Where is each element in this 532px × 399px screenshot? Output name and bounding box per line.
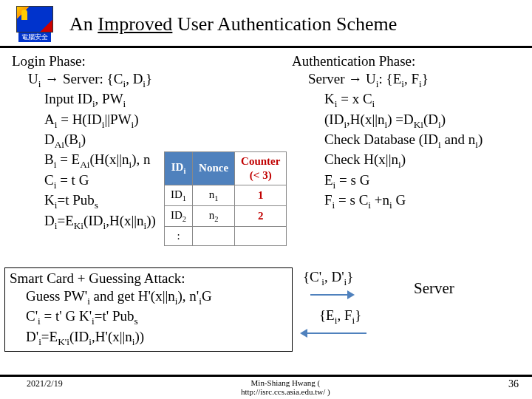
message-cd: {C'i, D'i} (303, 269, 353, 288)
arrow-right-icon (310, 288, 355, 301)
table-row: : (165, 226, 287, 245)
auth-line-6: Ei = s G (324, 171, 528, 191)
th-counter: Counter(< 3) (235, 152, 287, 185)
arrow-left-icon (300, 327, 366, 340)
auth-line-5: Check H(x||ni) (324, 151, 528, 171)
slide-header: 電腦安全 An Improved User Authentication Sch… (0, 0, 532, 48)
footer-author: Min-Shiang Hwang (http://isrc.ccs.asia.e… (241, 378, 330, 396)
auth-line-3: (IDi,H(x||ni) =DKi(Di) (324, 111, 528, 131)
slide-title: An Improved User Authentication Scheme (69, 13, 397, 35)
auth-line-1: Server → Ui: {Ei, Fi} (308, 70, 528, 90)
attack-line-4: D'i=EK'i(IDi,H'(x||ni)) (26, 328, 286, 348)
auth-line-2: Ki = x Ci (324, 90, 528, 110)
nonce-counter-table: IDi Nonce Counter(< 3) ID1 n1 1 ID2 n2 2… (164, 151, 287, 246)
footer-date: 2021/2/19 (27, 378, 63, 389)
slide-content: Login Phase: Ui → Server: {Ci, Di} Input… (0, 48, 532, 52)
logo-label: 電腦安全 (18, 33, 51, 42)
auth-phase-column: Authentication Phase: Server → Ui: {Ei, … (292, 52, 528, 212)
server-label: Server (414, 279, 454, 298)
attack-line-3: C'i = t' G K'i=t' Pubs (26, 307, 286, 327)
footer-page-number: 36 (508, 378, 519, 390)
logo: 電腦安全 (9, 6, 61, 43)
table-row: ID1 n1 1 (165, 185, 287, 205)
security-logo-icon (16, 6, 53, 33)
login-line-3: Ai = H(IDi||PWi) (44, 111, 270, 131)
attack-line-1: Smart Card + Guessing Attack: (10, 270, 286, 287)
th-id: IDi (165, 152, 193, 185)
auth-line-4: Check Database (IDi and ni) (324, 131, 528, 151)
attack-line-2: Guess PW'i and get H'(x||ni), n'iG (26, 287, 286, 307)
login-line-1: Ui → Server: {Ci, Di} (28, 70, 270, 90)
login-line-4: DAi(Bi) (44, 131, 270, 151)
table-header-row: IDi Nonce Counter(< 3) (165, 152, 287, 185)
slide-footer: 2021/2/19 Min-Shiang Hwang (http://isrc.… (0, 375, 532, 396)
login-heading: Login Phase: (12, 52, 270, 70)
auth-line-7: Fi = s Ci +ni G (324, 191, 528, 211)
attack-box: Smart Card + Guessing Attack: Guess PW'i… (4, 267, 293, 352)
message-ef: {Ei, Fi} (319, 307, 361, 327)
login-line-2: Input IDi, PWi (44, 90, 270, 110)
th-nonce: Nonce (193, 152, 235, 185)
table-row: ID2 n2 2 (165, 205, 287, 226)
auth-heading: Authentication Phase: (292, 52, 528, 70)
